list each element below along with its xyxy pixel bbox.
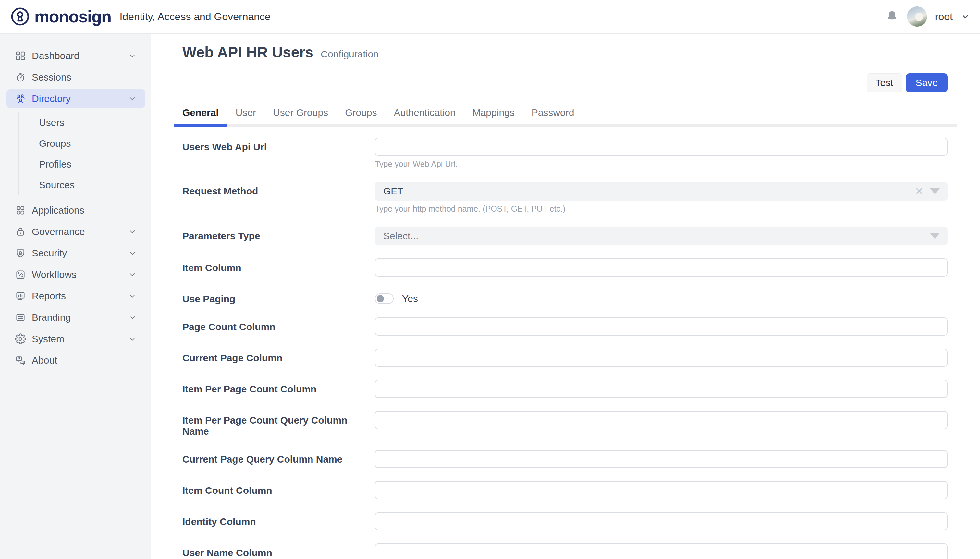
chevron-down-icon <box>128 227 137 237</box>
sidebar-item-label: Workflows <box>32 269 77 280</box>
field-label: Item Per Page Count Column <box>182 380 375 398</box>
identity-column-input[interactable] <box>375 512 947 531</box>
tab-groups[interactable]: Groups <box>337 107 385 124</box>
sidebar-item-about[interactable]: About <box>7 351 145 370</box>
form-row: User Name Column <box>182 543 947 559</box>
parameters-type-select[interactable]: Select... <box>375 227 947 245</box>
dropdown-arrow-icon[interactable] <box>930 188 940 194</box>
field-label: Current Page Query Column Name <box>182 450 375 468</box>
chevron-down-icon <box>128 51 137 60</box>
sidebar-item-label: Directory <box>32 93 71 104</box>
sidebar-item-applications[interactable]: Applications <box>7 201 145 220</box>
form-row: Current Page Query Column Name <box>182 450 947 468</box>
chevron-down-icon <box>128 313 137 322</box>
dashboard-icon <box>15 50 26 61</box>
test-button[interactable]: Test <box>867 73 902 92</box>
chevron-down-icon <box>128 249 137 258</box>
tab-authentication[interactable]: Authentication <box>386 107 464 124</box>
field-label: Item Column <box>182 258 375 276</box>
dropdown-arrow-icon[interactable] <box>930 233 940 239</box>
sidebar-item-workflows[interactable]: Workflows <box>7 265 145 284</box>
field-label: User Name Column <box>182 543 375 559</box>
toggle-knob <box>377 295 384 302</box>
sidebar: Dashboard Sessions Directory Users Group… <box>0 34 150 559</box>
field-label: Users Web Api Url <box>182 138 375 169</box>
tab-user[interactable]: User <box>227 107 264 124</box>
clear-icon[interactable]: ✕ <box>915 186 924 197</box>
field-label: Request Method <box>182 182 375 213</box>
field-label: Parameters Type <box>182 227 375 245</box>
shield-user-icon <box>15 248 26 259</box>
field-label: Use Paging <box>182 289 375 304</box>
save-button[interactable]: Save <box>906 73 947 92</box>
field-label: Item Per Page Count Query Column Name <box>182 411 375 437</box>
brand: monosign Identity, Access and Governance <box>10 7 271 26</box>
sidebar-item-groups[interactable]: Groups <box>19 133 150 154</box>
bell-icon[interactable] <box>885 10 899 24</box>
current-page-column-input[interactable] <box>375 349 947 367</box>
field-label: Page Count Column <box>182 318 375 336</box>
sub-item-label: Sources <box>39 180 75 190</box>
chevron-down-icon[interactable] <box>960 12 970 22</box>
tab-mappings[interactable]: Mappings <box>464 107 523 124</box>
use-paging-toggle[interactable] <box>375 293 394 304</box>
form-row: Request Method GET ✕ Type your http meth… <box>182 182 947 213</box>
form-row: Item Per Page Count Query Column Name <box>182 411 947 437</box>
sidebar-item-users[interactable]: Users <box>19 112 150 133</box>
users-web-api-url-input[interactable] <box>375 138 947 156</box>
form-row: Identity Column <box>182 512 947 531</box>
form-row: Page Count Column <box>182 318 947 336</box>
gear-icon <box>15 333 26 344</box>
sidebar-item-label: Applications <box>32 205 84 216</box>
form-row: Item Count Column <box>182 481 947 499</box>
config-form: Users Web Api Url Type your Web Api Url.… <box>182 138 947 559</box>
field-label: Current Page Column <box>182 349 375 367</box>
request-method-select[interactable]: GET ✕ <box>375 182 947 201</box>
form-row: Item Column <box>182 258 947 276</box>
chevron-down-icon <box>128 334 137 344</box>
form-row: Use Paging Yes <box>182 289 947 304</box>
tab-password[interactable]: Password <box>523 107 583 124</box>
sidebar-item-system[interactable]: System <box>7 329 145 349</box>
sidebar-item-security[interactable]: Security <box>7 243 145 263</box>
chevron-down-icon <box>128 291 137 301</box>
header-right: root <box>885 7 970 26</box>
sub-item-label: Groups <box>39 138 71 149</box>
form-row: Users Web Api Url Type your Web Api Url. <box>182 138 947 169</box>
tab-general[interactable]: General <box>174 107 227 124</box>
directory-sub-list: Users Groups Profiles Sources <box>18 112 150 195</box>
sidebar-item-sources[interactable]: Sources <box>19 175 150 195</box>
sliders-icon <box>15 312 26 323</box>
form-row: Parameters Type Select... <box>182 227 947 245</box>
tab-user-groups[interactable]: User Groups <box>264 107 337 124</box>
brand-name: monosign <box>35 7 111 26</box>
sidebar-item-label: System <box>32 333 64 344</box>
sidebar-item-branding[interactable]: Branding <box>7 308 145 327</box>
sidebar-item-label: Reports <box>32 291 66 301</box>
sidebar-item-sessions[interactable]: Sessions <box>7 68 145 87</box>
select-placeholder: Select... <box>383 230 418 241</box>
page-actions: Test Save <box>182 73 947 92</box>
field-label: Item Count Column <box>182 481 375 499</box>
item-per-page-count-query-column-name-input[interactable] <box>375 411 947 429</box>
sidebar-item-profiles[interactable]: Profiles <box>19 154 150 175</box>
item-column-input[interactable] <box>375 258 947 276</box>
chevron-down-icon <box>128 270 137 279</box>
current-page-query-column-name-input[interactable] <box>375 450 947 468</box>
sidebar-item-label: About <box>32 355 57 366</box>
sidebar-item-directory[interactable]: Directory <box>7 89 145 108</box>
avatar[interactable] <box>907 7 927 26</box>
item-count-column-input[interactable] <box>375 481 947 499</box>
page-count-column-input[interactable] <box>375 318 947 336</box>
apps-grid-icon <box>15 205 26 216</box>
chevron-down-icon <box>128 94 137 103</box>
page-head: Web API HR Users Configuration <box>182 43 947 61</box>
item-per-page-count-column-input[interactable] <box>375 380 947 398</box>
username[interactable]: root <box>935 11 953 23</box>
sidebar-item-dashboard[interactable]: Dashboard <box>7 46 145 66</box>
sidebar-item-governance[interactable]: Governance <box>7 222 145 241</box>
user-name-column-input[interactable] <box>375 543 947 559</box>
page-subtitle: Configuration <box>321 49 378 60</box>
sidebar-item-label: Governance <box>32 226 85 237</box>
sidebar-item-reports[interactable]: Reports <box>7 286 145 306</box>
